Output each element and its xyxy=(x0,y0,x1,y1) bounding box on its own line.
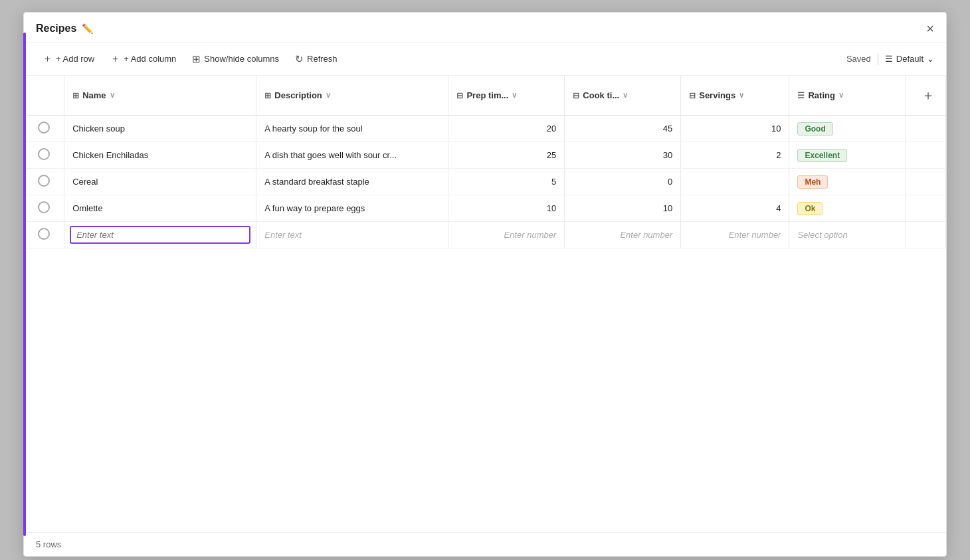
row-checkbox[interactable] xyxy=(38,175,50,187)
refresh-icon: ↻ xyxy=(295,53,304,65)
row-prep-time[interactable]: 20 xyxy=(448,116,565,142)
row-cook-time[interactable]: 45 xyxy=(565,116,681,142)
rating-badge: Meh xyxy=(797,175,828,189)
row-extra xyxy=(906,116,946,142)
row-description[interactable]: A fun way to prepare eggs xyxy=(256,195,448,222)
header-checkbox xyxy=(24,76,64,116)
table-row: CerealA standard breakfast staple50Meh xyxy=(24,169,946,195)
new-row-servings[interactable]: Enter number xyxy=(681,222,789,248)
rating-badge: Excellent xyxy=(797,149,847,162)
row-cook-time[interactable]: 0 xyxy=(565,169,681,195)
row-name[interactable]: Cereal xyxy=(64,169,256,195)
modal-title: Recipes xyxy=(36,23,76,35)
add-row-button[interactable]: ＋ + Add row xyxy=(36,49,101,68)
add-column-button[interactable]: ＋ + Add column xyxy=(104,49,183,68)
table-footer: 5 rows xyxy=(24,532,946,556)
refresh-button[interactable]: ↻ Refresh xyxy=(288,50,344,68)
header-description-label: Description xyxy=(274,90,322,100)
add-row-label: + Add row xyxy=(56,54,94,64)
toolbar-divider xyxy=(878,53,878,65)
row-extra xyxy=(906,195,946,222)
header-rating[interactable]: ☰ Rating ∨ xyxy=(789,76,906,116)
row-cook-time[interactable]: 10 xyxy=(565,195,681,222)
saved-status: Saved xyxy=(846,54,871,64)
row-servings[interactable] xyxy=(681,169,789,195)
chevron-down-icon: ⌄ xyxy=(927,54,934,64)
row-rating[interactable]: Ok xyxy=(789,195,906,222)
row-extra xyxy=(906,142,946,169)
rating-badge: Good xyxy=(797,122,832,136)
toolbar: ＋ + Add row ＋ + Add column ⊞ Show/hide c… xyxy=(24,43,946,76)
table-row: Chicken soupA hearty soup for the soul20… xyxy=(24,116,946,142)
new-row-description[interactable]: Enter text xyxy=(256,222,448,248)
row-name[interactable]: Omlette xyxy=(64,195,256,222)
row-checkbox[interactable] xyxy=(38,201,50,213)
new-row-checkbox-cell xyxy=(24,222,64,248)
show-hide-icon: ⊞ xyxy=(192,53,201,65)
table-row: OmletteA fun way to prepare eggs10104Ok xyxy=(24,195,946,222)
new-row-cook-time[interactable]: Enter number xyxy=(565,222,681,248)
row-checkbox-cell xyxy=(24,116,64,142)
rating-sort-icon: ∨ xyxy=(838,91,844,100)
rating-badge: Ok xyxy=(797,202,823,215)
row-description[interactable]: A hearty soup for the soul xyxy=(256,116,448,142)
row-checkbox-cell xyxy=(24,142,64,169)
table-row: Chicken EnchiladasA dish that goes well … xyxy=(24,142,946,169)
close-button[interactable]: × xyxy=(926,22,934,35)
edit-title-icon[interactable]: ✏️ xyxy=(82,23,93,34)
header-add-column[interactable]: ＋ xyxy=(906,76,946,116)
row-prep-time[interactable]: 5 xyxy=(448,169,565,195)
add-column-icon: ＋ xyxy=(110,52,120,65)
row-servings[interactable]: 2 xyxy=(681,142,789,169)
servings-sort-icon: ∨ xyxy=(739,91,744,100)
header-rating-label: Rating xyxy=(808,90,834,100)
cook-sort-icon: ∨ xyxy=(623,91,628,100)
header-servings-label: Servings xyxy=(699,90,735,100)
row-name[interactable]: Chicken soup xyxy=(64,116,256,142)
row-prep-time[interactable]: 10 xyxy=(448,195,565,222)
new-row-checkbox[interactable] xyxy=(38,228,50,240)
row-description[interactable]: A dish that goes well with sour cr... xyxy=(256,142,448,169)
row-description[interactable]: A standard breakfast staple xyxy=(256,169,448,195)
servings-col-icon: ⊟ xyxy=(689,91,696,100)
header-servings[interactable]: ⊟ Servings ∨ xyxy=(681,76,789,116)
modal-title-area: Recipes ✏️ xyxy=(36,23,93,35)
add-column-plus-button[interactable]: ＋ xyxy=(914,82,943,108)
new-row: Enter textEnter numberEnter numberEnter … xyxy=(24,222,946,248)
new-row-name-input[interactable] xyxy=(70,226,250,244)
new-row-prep-time[interactable]: Enter number xyxy=(448,222,565,248)
description-sort-icon: ∨ xyxy=(326,91,331,100)
row-prep-time[interactable]: 25 xyxy=(448,142,565,169)
header-prep-time[interactable]: ⊟ Prep tim... ∨ xyxy=(448,76,565,116)
row-rating[interactable]: Meh xyxy=(789,169,906,195)
header-cook-label: Cook ti... xyxy=(583,90,619,100)
header-cook-time[interactable]: ⊟ Cook ti... ∨ xyxy=(565,76,681,116)
header-prep-label: Prep tim... xyxy=(466,90,508,100)
row-checkbox[interactable] xyxy=(38,148,50,160)
rating-col-icon: ☰ xyxy=(797,91,805,100)
new-row-rating[interactable]: Select option xyxy=(789,222,906,248)
show-hide-button[interactable]: ⊞ Show/hide columns xyxy=(185,50,286,68)
row-rating[interactable]: Excellent xyxy=(789,142,906,169)
row-extra xyxy=(906,169,946,195)
new-row-name-cell[interactable] xyxy=(64,222,256,248)
recipes-modal: Recipes ✏️ × ＋ + Add row ＋ + Add column … xyxy=(23,12,947,557)
header-name[interactable]: ⊞ Name ∨ xyxy=(64,76,256,116)
row-servings[interactable]: 4 xyxy=(681,195,789,222)
table-container: ⊞ Name ∨ ⊞ Description ∨ xyxy=(24,76,946,532)
row-rating[interactable]: Good xyxy=(789,116,906,142)
row-name[interactable]: Chicken Enchiladas xyxy=(64,142,256,169)
header-description[interactable]: ⊞ Description ∨ xyxy=(256,76,448,116)
name-col-icon: ⊞ xyxy=(72,91,79,100)
row-checkbox[interactable] xyxy=(38,122,50,134)
prep-col-icon: ⊟ xyxy=(456,91,463,100)
row-servings[interactable]: 10 xyxy=(681,116,789,142)
modal-overlay: Recipes ✏️ × ＋ + Add row ＋ + Add column … xyxy=(0,0,970,560)
default-view-label: Default xyxy=(896,54,923,64)
recipes-table: ⊞ Name ∨ ⊞ Description ∨ xyxy=(24,76,946,248)
row-count: 5 rows xyxy=(36,539,61,549)
default-view-button[interactable]: ☰ Default ⌄ xyxy=(885,54,934,64)
row-checkbox-cell xyxy=(24,195,64,222)
row-cook-time[interactable]: 30 xyxy=(565,142,681,169)
add-column-label: + Add column xyxy=(124,54,176,64)
